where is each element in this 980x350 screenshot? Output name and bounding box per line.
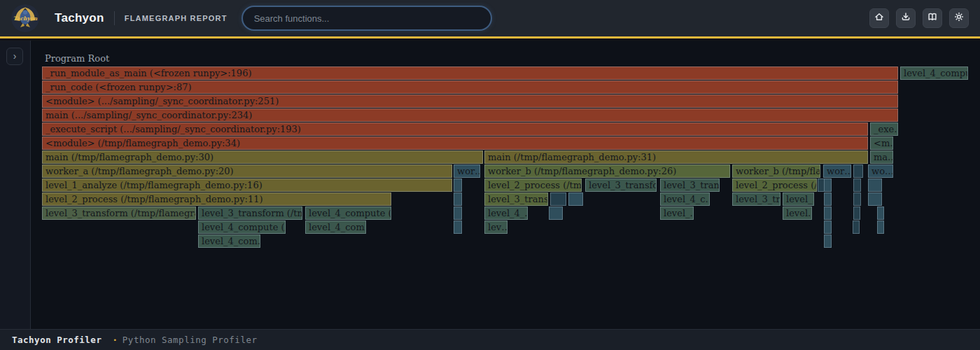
flame-frame[interactable]: level_4_c… [660, 192, 710, 206]
app-header: Tachyon Tachyon FLAMEGRAPH REPORT [0, 0, 980, 38]
flame-frame[interactable]: _run_module_as_main (<frozen runpy>:196) [42, 66, 898, 80]
flame-frame[interactable] [853, 192, 861, 206]
search-input[interactable] [241, 6, 492, 31]
docs-button[interactable] [923, 8, 942, 28]
flame-frame[interactable]: level_4_compute (/t… [305, 206, 391, 220]
flame-frame[interactable]: _run_code (<frozen runpy>:87) [42, 80, 898, 94]
status-app-name: Tachyon Profiler [12, 335, 102, 345]
status-subtitle: Python Sampling Profiler [122, 335, 258, 345]
flame-frame[interactable]: lev… [484, 220, 507, 234]
svg-text:Tachyon: Tachyon [13, 15, 38, 22]
app-title: Tachyon [55, 11, 104, 25]
flame-frame[interactable] [549, 206, 563, 220]
flame-frame[interactable]: level_3_tr… [732, 192, 780, 206]
flame-frame[interactable]: main (/tmp/flamegraph_demo.py:31) [484, 150, 868, 164]
flame-frame[interactable] [454, 206, 462, 220]
flame-frame[interactable]: <module> (.../sampling/_sync_coordinator… [42, 94, 898, 108]
flame-frame[interactable]: level… [783, 206, 812, 220]
flame-frame[interactable]: level_… [783, 192, 814, 206]
flamegraph-canvas: Program Root_run_module_as_main (<frozen… [31, 41, 980, 329]
flame-frame[interactable] [824, 178, 832, 192]
flame-frame[interactable]: level_3_transf… [484, 192, 548, 206]
flame-frame[interactable]: level_2_process (/tmp/fla… [484, 178, 582, 192]
flame-frame[interactable]: <m… [870, 136, 893, 150]
flame-frame[interactable]: level_3_transform… [585, 178, 657, 192]
flame-frame[interactable] [824, 206, 832, 220]
flame-frame[interactable]: _execute_script (.../sampling/_sync_coor… [42, 122, 868, 136]
flame-frame[interactable] [824, 192, 832, 206]
report-type-label: FLAMEGRAPH REPORT [125, 14, 227, 22]
chevron-right-icon: › [13, 50, 17, 62]
flame-frame[interactable] [550, 192, 566, 206]
flame-frame[interactable]: level_4_compute (/t… [198, 220, 286, 234]
status-bar: Tachyon Profiler • Python Sampling Profi… [0, 329, 980, 350]
flame-frame[interactable] [877, 220, 884, 234]
flame-frame[interactable]: level_2_process (/tm… [732, 178, 817, 192]
flame-frame[interactable]: level_4_comput… [900, 66, 968, 80]
status-dot-icon: • [113, 337, 116, 344]
header-actions [869, 8, 969, 28]
flame-frame[interactable] [853, 206, 860, 220]
flame-frame[interactable]: level_3_trans… [660, 178, 720, 192]
home-icon [874, 11, 885, 25]
flame-frame[interactable]: level_4_com… [198, 234, 260, 248]
flame-frame[interactable]: worker_b (/tmp/flame… [732, 164, 820, 178]
flame-frame[interactable]: wor… [823, 164, 851, 178]
header-divider [114, 11, 115, 25]
flame-frame[interactable] [868, 178, 882, 192]
flame-frame[interactable] [454, 178, 462, 192]
flame-frame[interactable]: worker_b (/tmp/flamegraph_demo.py:26) [484, 164, 730, 178]
book-icon [927, 11, 938, 25]
flame-frame[interactable] [454, 192, 462, 206]
flame-frame[interactable]: level_4_com… [305, 220, 366, 234]
sun-icon [953, 11, 965, 25]
flame-frame[interactable]: level_2_process (/tmp/flamegraph_demo.py… [42, 192, 391, 206]
flame-frame[interactable] [853, 178, 861, 192]
flame-frame[interactable]: <module> (/tmp/flamegraph_demo.py:34) [42, 136, 868, 150]
flame-frame[interactable] [568, 192, 583, 206]
flame-frame[interactable] [454, 220, 462, 234]
flame-frame[interactable] [853, 220, 860, 234]
flame-frame[interactable]: level_3_transform (/tmp/flamegraph_dem… [42, 206, 196, 220]
flame-frame[interactable]: level_4_… [484, 206, 528, 220]
flame-frame[interactable] [853, 164, 863, 178]
flame-frame[interactable]: wor… [454, 164, 480, 178]
home-button[interactable] [869, 8, 889, 28]
flame-frame[interactable]: worker_a (/tmp/flamegraph_demo.py:20) [42, 164, 452, 178]
flame-frame[interactable] [824, 234, 832, 248]
flame-frame[interactable]: main (/tmp/flamegraph_demo.py:30) [42, 150, 483, 164]
sidebar: › [0, 41, 31, 329]
tachyon-logo-icon: Tachyon [11, 4, 39, 32]
flame-frame[interactable] [877, 206, 884, 220]
main-content: › Program Root_run_module_as_main (<froz… [0, 41, 980, 329]
download-icon [900, 11, 911, 25]
theme-toggle-button[interactable] [949, 8, 969, 28]
sidebar-toggle-button[interactable]: › [6, 48, 23, 65]
flame-frame[interactable]: wo… [868, 164, 893, 178]
download-button[interactable] [896, 8, 916, 28]
flame-frame[interactable]: main (.../sampling/_sync_coordinator.py:… [42, 108, 898, 122]
flame-frame[interactable]: _exe… [870, 122, 898, 136]
flame-root-frame[interactable]: Program Root [42, 52, 968, 66]
flame-frame[interactable]: level_… [660, 206, 694, 220]
flame-frame[interactable] [824, 220, 832, 234]
flame-frame[interactable]: level_3_transform (/tmp/fl… [198, 206, 302, 220]
flame-frame[interactable]: level_1_analyze (/tmp/flamegraph_demo.py… [42, 178, 452, 192]
flame-frame[interactable]: ma… [870, 150, 893, 164]
flame-frame[interactable] [868, 192, 882, 206]
